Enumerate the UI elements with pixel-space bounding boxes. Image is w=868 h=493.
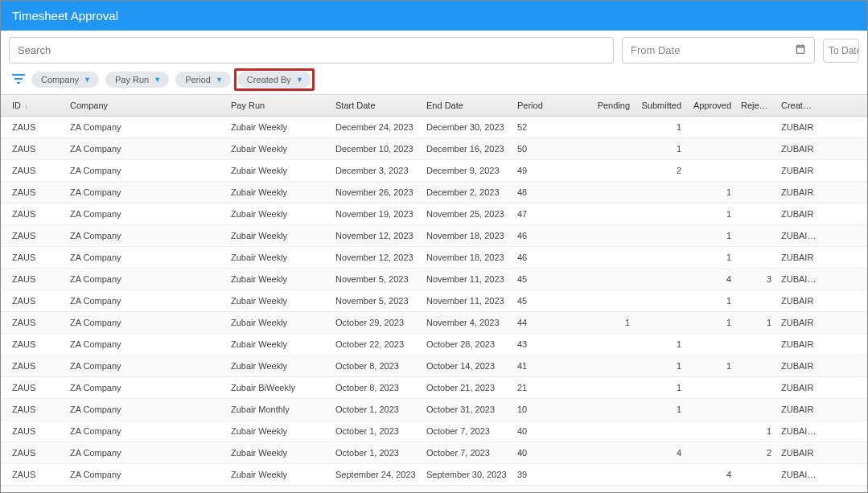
col-pending[interactable]: Pending bbox=[583, 95, 635, 116]
cell-id: ZAUS bbox=[1, 225, 65, 246]
cell-created: ZUBAIR bbox=[776, 334, 821, 355]
cell-pending bbox=[583, 399, 635, 420]
cell-company: ZA Company bbox=[65, 138, 226, 159]
cell-company: ZA Company bbox=[65, 377, 226, 398]
cell-created: ZUBAIR bbox=[776, 160, 821, 181]
table-row[interactable]: ZAUSZA CompanyZubair WeeklyOctober 22, 2… bbox=[1, 334, 867, 355]
filter-chip-payrun[interactable]: Pay Run▼ bbox=[105, 72, 169, 88]
cell-submitted: 1 bbox=[635, 355, 686, 376]
cell-submitted bbox=[635, 464, 686, 485]
cell-payrun: Zubair Weekly bbox=[226, 442, 331, 463]
cell-approved: 1 bbox=[686, 247, 736, 268]
chevron-down-icon: ▼ bbox=[84, 76, 91, 84]
cell-rejected bbox=[736, 247, 776, 268]
cell-end: September 30, 2023 bbox=[422, 464, 512, 485]
filter-chip-createdby[interactable]: Created By▼ bbox=[237, 72, 311, 88]
cell-approved: 1 bbox=[686, 290, 736, 311]
cell-approved: 1 bbox=[686, 225, 736, 246]
cell-id: ZAUS bbox=[1, 117, 65, 138]
col-period[interactable]: Period bbox=[512, 95, 583, 116]
cell-start: December 3, 2023 bbox=[331, 160, 422, 181]
cell-payrun: Zubair Weekly bbox=[226, 203, 331, 224]
table-row[interactable]: ZAUSZA CompanyZubair WeeklyNovember 19, … bbox=[1, 203, 867, 225]
table-row[interactable]: ZAUSZA CompanyZubair WeeklyOctober 8, 20… bbox=[1, 355, 867, 377]
cell-approved: 1 bbox=[686, 486, 736, 493]
cell-payrun: Zubair BiWeekly bbox=[226, 377, 331, 398]
table-row[interactable]: ZAUSZA CompanyZubair MonthlyOctober 1, 2… bbox=[1, 399, 867, 421]
cell-end: November 11, 2023 bbox=[422, 290, 512, 311]
cell-period: 52 bbox=[512, 117, 583, 138]
table-row[interactable]: ZAUSZA CompanyZubair WeeklyNovember 5, 2… bbox=[1, 269, 867, 290]
cell-rejected bbox=[736, 290, 776, 311]
table-row[interactable]: ZAUSZA CompanyZubair WeeklyDecember 10, … bbox=[1, 138, 867, 160]
cell-payrun: Zubair Weekly bbox=[226, 117, 331, 138]
cell-rejected bbox=[736, 377, 776, 398]
col-payrun[interactable]: Pay Run bbox=[226, 95, 331, 116]
cell-payrun: Zubair Weekly bbox=[226, 225, 331, 246]
table-row[interactable]: ZAUSZA CompanyZubair WeeklyNovember 12, … bbox=[1, 225, 867, 247]
table-row[interactable]: ZAUSZA CompanyZubair WeeklySeptember 24,… bbox=[1, 464, 867, 486]
cell-id: ZAUS bbox=[1, 138, 65, 159]
cell-end: December 16, 2023 bbox=[422, 138, 512, 159]
table-row[interactable]: ZAUSZA CompanyZubair WeeklyOctober 29, 2… bbox=[1, 312, 867, 334]
col-submitted[interactable]: Submitted bbox=[635, 95, 686, 116]
cell-rejected bbox=[736, 203, 776, 224]
filter-chip-company[interactable]: Company▼ bbox=[31, 72, 99, 88]
cell-pending bbox=[583, 290, 635, 311]
table-row[interactable]: ZAUSZA CompanyZubair WeeklyDecember 3, 2… bbox=[1, 160, 867, 182]
cell-period: 45 bbox=[512, 290, 583, 311]
cell-created: ZUBAIR bbox=[776, 399, 821, 420]
cell-id: ZAUS bbox=[1, 464, 65, 485]
cell-pending bbox=[583, 117, 635, 138]
search-input[interactable] bbox=[9, 37, 614, 64]
table-row[interactable]: ZAUSZA CompanyZubair WeeklyNovember 12, … bbox=[1, 247, 867, 269]
cell-pending bbox=[583, 334, 635, 355]
cell-start: October 1, 2023 bbox=[331, 442, 422, 463]
cell-period: 21 bbox=[512, 377, 583, 398]
table-row[interactable]: ZAUSZA CompanyZubair WeeklyOctober 1, 20… bbox=[1, 421, 867, 442]
col-approved[interactable]: Approved bbox=[686, 95, 736, 116]
table-row[interactable]: ZAUSZA CompanyZubair BiWeeklyOctober 8, … bbox=[1, 377, 867, 399]
col-company[interactable]: Company bbox=[65, 95, 226, 116]
table-row[interactable]: ZAUSZA CompanyZubair WeeklyNovember 5, 2… bbox=[1, 290, 867, 312]
cell-approved: 1 bbox=[686, 355, 736, 376]
cell-submitted bbox=[635, 203, 686, 224]
table-row[interactable]: ZAUSZA CompanyZubair WeeklyOctober 1, 20… bbox=[1, 442, 867, 464]
cell-end: September 9, 2023 bbox=[422, 486, 512, 493]
cell-end: November 18, 2023 bbox=[422, 225, 512, 246]
cell-rejected bbox=[736, 334, 776, 355]
table-row[interactable]: ZAUSZA CompanyZubair WeeklyNovember 26, … bbox=[1, 182, 867, 203]
cell-company: ZA Company bbox=[65, 225, 226, 246]
cell-rejected: 2 bbox=[736, 442, 776, 463]
cell-company: ZA Company bbox=[65, 486, 226, 493]
cell-approved: 1 bbox=[686, 312, 736, 333]
cell-approved bbox=[686, 334, 736, 355]
table-row[interactable]: ZAUSZA CompanyZubair WeeklySeptember 3, … bbox=[1, 486, 867, 493]
col-createdby[interactable]: Created By bbox=[776, 95, 821, 116]
cell-submitted bbox=[635, 247, 686, 268]
cell-payrun: Zubair Weekly bbox=[226, 160, 331, 181]
cell-pending bbox=[583, 138, 635, 159]
filter-chip-period[interactable]: Period▼ bbox=[175, 72, 231, 88]
table-row[interactable]: ZAUSZA CompanyZubair WeeklyDecember 24, … bbox=[1, 117, 867, 138]
cell-submitted bbox=[635, 421, 686, 442]
cell-rejected bbox=[736, 160, 776, 181]
from-date-input[interactable]: From Date bbox=[622, 37, 815, 64]
cell-submitted: 1 bbox=[635, 399, 686, 420]
cell-end: December 30, 2023 bbox=[422, 117, 512, 138]
cell-payrun: Zubair Weekly bbox=[226, 334, 331, 355]
sort-desc-icon: ↓ bbox=[24, 101, 28, 110]
cell-end: October 21, 2023 bbox=[422, 377, 512, 398]
cell-submitted bbox=[635, 225, 686, 246]
cell-start: October 29, 2023 bbox=[331, 312, 422, 333]
col-rejected[interactable]: Rejected bbox=[736, 95, 776, 116]
col-id[interactable]: ID↓ bbox=[1, 95, 65, 116]
cell-end: October 7, 2023 bbox=[422, 442, 512, 463]
col-end[interactable]: End Date bbox=[422, 95, 512, 116]
page-title: Timesheet Approval bbox=[1, 1, 867, 31]
filter-icon[interactable] bbox=[12, 73, 25, 86]
cell-start: November 5, 2023 bbox=[331, 290, 422, 311]
chip-label: Company bbox=[41, 75, 79, 84]
col-start[interactable]: Start Date bbox=[331, 95, 422, 116]
to-date-input[interactable]: To Date bbox=[823, 39, 859, 63]
